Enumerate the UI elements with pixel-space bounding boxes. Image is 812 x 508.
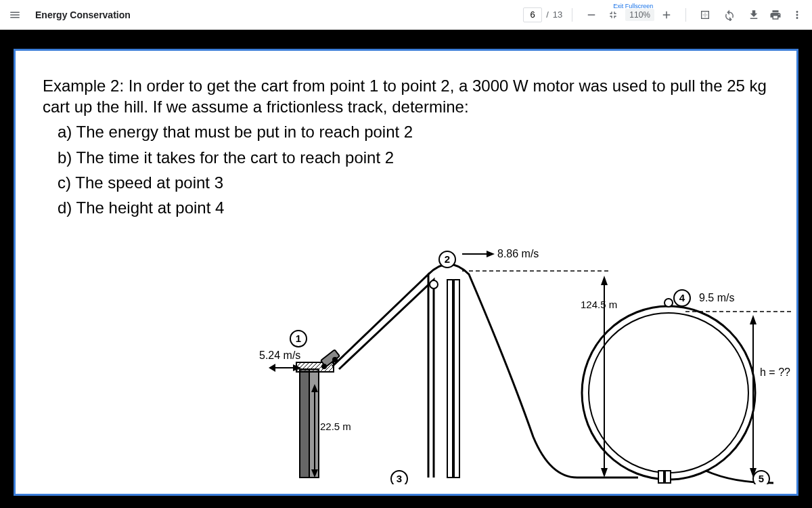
page-number-input[interactable] [523, 7, 542, 22]
zoom-value: 110% [625, 9, 654, 21]
svg-marker-28 [601, 276, 608, 285]
point-4-label: 4 [679, 292, 685, 303]
svg-rect-12 [665, 471, 671, 483]
zoom-in-button[interactable] [657, 5, 676, 24]
velocity-4-label: 9.5 m/s [699, 292, 734, 303]
divider [685, 8, 686, 22]
height-4-label: h = ?? [760, 366, 790, 378]
problem-b: b) The time it takes for the cart to rea… [43, 147, 769, 168]
problem-intro: Example 2: In order to get the cart from… [43, 75, 769, 117]
svg-rect-8 [454, 280, 459, 478]
svg-point-107 [664, 299, 673, 307]
velocity-2-label: 8.86 m/s [497, 248, 539, 259]
height-1-label: 22.5 m [320, 421, 351, 432]
problem-c: c) The speed at point 3 [43, 172, 769, 193]
rotate-button[interactable] [720, 5, 739, 24]
svg-point-17 [321, 364, 327, 369]
svg-point-1 [704, 14, 705, 15]
svg-marker-29 [601, 468, 608, 478]
point-3-label: 3 [397, 473, 402, 484]
point-5-label: 5 [759, 473, 764, 484]
divider [572, 8, 572, 22]
print-button[interactable] [766, 5, 785, 24]
problem-a: a) The energy that must be put in to rea… [43, 121, 769, 142]
fit-page-button[interactable] [696, 5, 715, 24]
point-2-label: 2 [445, 253, 450, 265]
svg-marker-22 [269, 364, 275, 372]
svg-point-26 [430, 280, 438, 289]
point-1-label: 1 [296, 333, 301, 344]
page-total: 13 [553, 9, 562, 20]
svg-rect-11 [658, 471, 664, 483]
rollercoaster-diagram: 22.5 m 1 5.24 m/s 2 [259, 234, 794, 484]
svg-point-18 [332, 357, 338, 362]
svg-marker-25 [487, 251, 495, 257]
document-page: Example 2: In order to get the cart from… [14, 49, 798, 496]
zoom-out-button[interactable] [582, 5, 601, 24]
svg-point-10 [589, 313, 748, 473]
exit-fullscreen-button[interactable]: Exit Fullscreen [604, 5, 623, 24]
document-title: Energy Conservation [35, 9, 131, 20]
height-2-label: 124.5 m [581, 299, 617, 310]
more-icon[interactable] [788, 5, 807, 24]
download-button[interactable] [744, 5, 763, 24]
svg-rect-7 [447, 280, 453, 478]
svg-point-9 [582, 306, 755, 480]
svg-rect-4 [300, 369, 309, 478]
page-separator: / [546, 9, 549, 20]
problem-d: d) The height at point 4 [43, 197, 769, 218]
menu-icon[interactable] [5, 5, 24, 24]
velocity-1-label: 5.24 m/s [259, 350, 300, 361]
svg-marker-110 [750, 315, 757, 324]
